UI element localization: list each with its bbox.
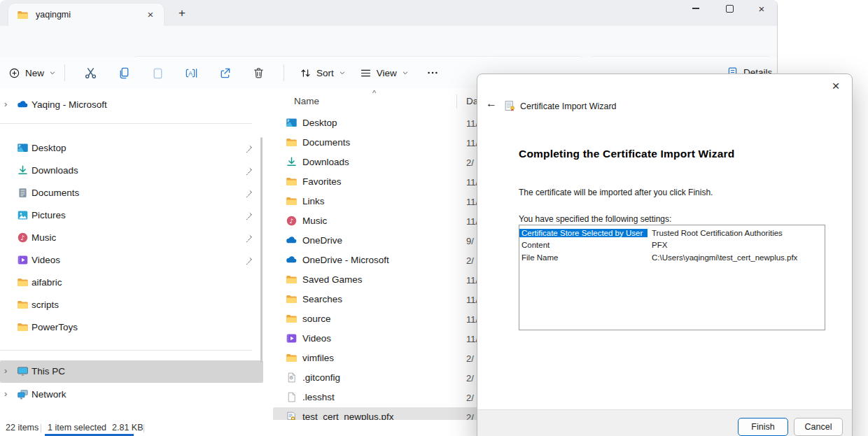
sidebar-item-powertoys[interactable]: PowerToys [0, 316, 256, 339]
delete-button[interactable] [250, 64, 267, 81]
svg-text:⚙: ⚙ [289, 375, 293, 381]
sidebar-item-aifabric[interactable]: aifabric [0, 272, 256, 294]
music-icon: ♪ [17, 232, 29, 244]
folder-icon [286, 293, 298, 305]
column-divider[interactable] [456, 94, 457, 108]
setting-label-selected: Certificate Store Selected by User [519, 229, 648, 237]
item-count: 22 items [6, 423, 38, 433]
expand-chevron-icon[interactable]: › [4, 365, 7, 376]
more-options-button[interactable] [424, 64, 441, 81]
sidebar-item-onedrive[interactable]: › Yaqing - Microsoft [0, 94, 256, 116]
sidebar-item-downloads[interactable]: Downloads [0, 160, 256, 182]
expand-chevron-icon[interactable]: › [4, 388, 7, 399]
copy-button[interactable] [115, 64, 132, 81]
setting-label: File Name [519, 253, 648, 262]
desktop-icon [17, 142, 29, 154]
navigation-pane: › Yaqing - Microsoft Desktop Downloads D… [0, 88, 263, 420]
onedrive-cloud-icon [286, 234, 298, 246]
pin-icon [244, 166, 253, 176]
chevron-down-icon [49, 69, 56, 76]
folder-icon [286, 313, 298, 325]
window-maximize-button[interactable] [717, 0, 742, 17]
sort-button-label: Sort [316, 68, 334, 78]
dialog-close-button[interactable]: × [827, 77, 845, 95]
paste-button[interactable] [149, 64, 166, 81]
tab-bar: yaqingmi × + × [0, 0, 777, 26]
settings-row-store[interactable]: Certificate Store Selected by User Trust… [519, 227, 825, 239]
tab-title: yaqingmi [36, 10, 71, 20]
navigation-bar: › This PC › Windows (C:) › Users › yaqin… [0, 26, 777, 57]
chevron-down-icon [339, 69, 346, 76]
setting-value: C:\Users\yaqingmi\test_cert_newplus.pfx [648, 253, 797, 262]
file-icon [286, 391, 298, 403]
svg-text:A: A [188, 69, 192, 76]
downloads-icon [17, 164, 29, 176]
sidebar-item-desktop[interactable]: Desktop [0, 137, 256, 160]
sidebar-item-pictures[interactable]: Pictures [0, 204, 256, 227]
settings-row-file-name[interactable]: File Name C:\Users\yaqingmi\test_cert_ne… [519, 251, 825, 264]
network-icon [17, 388, 29, 400]
sidebar-scrollbar[interactable] [260, 137, 262, 363]
folder-icon [286, 274, 298, 286]
setting-value: Trusted Root Certification Authorities [648, 229, 783, 237]
cut-button[interactable] [82, 64, 99, 81]
window-close-button[interactable]: × [749, 0, 774, 17]
view-icon [360, 67, 372, 79]
svg-text:♪: ♪ [290, 217, 294, 225]
dialog-footer: Finish Cancel [477, 409, 852, 436]
expand-chevron-icon[interactable]: › [4, 99, 7, 109]
pin-icon [244, 211, 253, 220]
view-button[interactable]: View [360, 67, 409, 79]
sidebar-item-videos[interactable]: Videos [0, 249, 256, 272]
videos-icon [17, 254, 29, 266]
new-tab-button[interactable]: + [174, 6, 190, 21]
share-button[interactable] [216, 64, 233, 81]
selection-count: 1 item selected [48, 423, 106, 433]
toolbar-divider [64, 64, 65, 81]
sidebar-item-label: Downloads [31, 165, 78, 176]
sidebar-item-network[interactable]: › Network [0, 384, 256, 406]
certificate-import-wizard-dialog: × ← Certificate Import Wizard Completing… [477, 73, 853, 436]
sidebar-item-this-pc[interactable]: › This PC [0, 360, 263, 383]
finish-button[interactable]: Finish [738, 418, 788, 436]
view-button-label: View [377, 68, 397, 78]
tab-close-icon[interactable]: × [143, 7, 158, 22]
column-header-name[interactable]: Name [294, 96, 319, 106]
settings-list[interactable]: Certificate Store Selected by User Trust… [519, 225, 825, 330]
toolbar-divider [284, 64, 284, 81]
sidebar-item-label: Network [31, 389, 66, 400]
sidebar-item-label: PowerToys [31, 322, 78, 332]
sidebar-item-documents[interactable]: Documents [0, 182, 256, 204]
certificate-wizard-icon [504, 100, 516, 112]
sort-button[interactable]: Sort [300, 67, 346, 79]
sidebar-item-scripts[interactable]: scripts [0, 294, 256, 316]
sidebar-divider [0, 123, 252, 124]
settings-row-content[interactable]: Content PFX [519, 239, 825, 252]
sidebar-item-label: This PC [31, 366, 65, 377]
pin-icon [244, 233, 253, 243]
cancel-button[interactable]: Cancel [794, 418, 843, 436]
pin-icon [244, 143, 253, 153]
folder-icon [286, 136, 298, 148]
dialog-back-button[interactable]: ← [486, 97, 497, 110]
sidebar-item-label: scripts [31, 300, 59, 310]
onedrive-cloud-icon [286, 254, 298, 266]
window-minimize-button[interactable] [683, 0, 708, 17]
status-divider [41, 424, 41, 433]
sidebar-divider [0, 350, 252, 351]
rename-button[interactable]: A [183, 64, 200, 81]
chevron-down-icon [402, 69, 409, 76]
plus-circle-icon [8, 67, 20, 79]
sidebar-item-label: Pictures [31, 210, 66, 220]
pin-icon [244, 255, 253, 265]
folder-icon [286, 176, 298, 188]
sidebar-item-label: Yaqing - Microsoft [31, 99, 107, 110]
dialog-title: Certificate Import Wizard [520, 101, 617, 111]
folder-icon [17, 299, 29, 311]
new-button[interactable]: New [8, 67, 56, 79]
selection-size: 2.81 KB [112, 423, 143, 433]
sidebar-item-music[interactable]: ♪ Music [0, 227, 256, 249]
downloads-icon [286, 156, 298, 168]
gear-file-icon: ⚙ [286, 372, 298, 384]
explorer-tab[interactable]: yaqingmi × [8, 3, 164, 26]
